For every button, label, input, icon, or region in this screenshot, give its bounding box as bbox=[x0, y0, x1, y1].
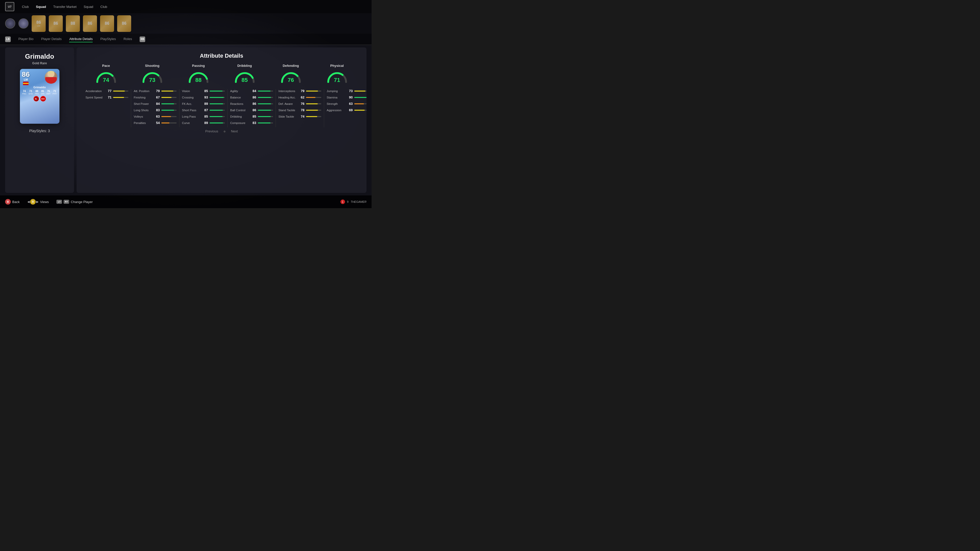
flag-spain bbox=[23, 82, 29, 85]
attr-bar bbox=[210, 103, 223, 104]
attr-name: Def. Aware bbox=[278, 102, 299, 105]
attr-bar bbox=[258, 116, 271, 117]
attr-name: Crossing bbox=[182, 96, 202, 99]
attr-bar-container bbox=[113, 97, 128, 98]
attr-bar-container bbox=[161, 91, 177, 92]
left-panel: Grimaldo Gold Rare 86 LM bbox=[5, 48, 74, 193]
attr-bar bbox=[354, 110, 365, 111]
attr-name: Stamina bbox=[327, 96, 347, 99]
player-silhouette-icon bbox=[45, 71, 57, 84]
attr-name: Long Shots bbox=[134, 109, 154, 112]
attr-row: Dribbling 85 bbox=[230, 114, 273, 118]
mini-card-4[interactable]: 86 bbox=[83, 15, 97, 32]
attr-bar-container bbox=[258, 116, 273, 117]
attr-value: 76 bbox=[299, 102, 304, 106]
attr-name: Jumping bbox=[327, 89, 347, 93]
thegamer-logo: THEGAMER bbox=[351, 200, 366, 203]
svg-rect-3 bbox=[53, 77, 57, 84]
nav-club2[interactable]: Club bbox=[100, 5, 107, 9]
attr-bar-container bbox=[258, 97, 273, 98]
attr-row: Def. Aware 76 bbox=[278, 102, 321, 106]
back-nav-btn: B Back bbox=[5, 199, 20, 205]
attributes-columns: Acceleration 77 Sprint Speed 71 Att. Pos… bbox=[83, 89, 360, 127]
nav-club[interactable]: Club bbox=[22, 5, 29, 9]
attr-name: Acceleration bbox=[86, 89, 106, 93]
tab-player-bio[interactable]: Player Bio bbox=[18, 36, 33, 42]
gauge-passing: Passing 88 bbox=[187, 64, 210, 84]
attr-value: 79 bbox=[154, 89, 160, 93]
badge-bundesliga: BL bbox=[33, 96, 39, 102]
views-nav-btn: ◀ R ▶ Views bbox=[27, 199, 49, 205]
attr-bar-container bbox=[258, 91, 273, 92]
tab-player-details[interactable]: Player Details bbox=[41, 36, 62, 42]
attr-row: Agility 84 bbox=[230, 89, 273, 93]
b-button-icon: B bbox=[5, 199, 11, 205]
attr-row: Aggression 69 bbox=[327, 108, 366, 112]
rt-button-icon: RT bbox=[64, 200, 69, 204]
tab-attribute-details[interactable]: Attribute Details bbox=[69, 36, 93, 42]
gauge-defending-container: 76 bbox=[280, 68, 302, 84]
card-player-portrait bbox=[45, 71, 57, 84]
mini-card-3[interactable]: 88 bbox=[66, 15, 80, 32]
nav-squad[interactable]: Squad bbox=[36, 5, 46, 9]
player-cards-row: 86 LM 86 88 86 86 86 bbox=[0, 13, 372, 34]
gauge-passing-value: 88 bbox=[195, 77, 201, 83]
attr-bar-container bbox=[210, 97, 225, 98]
gauge-shooting-label: Shooting bbox=[145, 64, 159, 68]
attr-name: Agility bbox=[230, 89, 251, 93]
attr-value: 78 bbox=[299, 108, 304, 112]
attr-bar bbox=[306, 116, 317, 117]
player-avatar-2 bbox=[18, 18, 29, 29]
attr-bar-container bbox=[306, 103, 321, 104]
attr-name: Balance bbox=[230, 96, 251, 99]
card-top: 86 LM bbox=[22, 71, 57, 85]
player-rarity: Gold Rare bbox=[32, 62, 47, 65]
gauge-physical: Physical 71 bbox=[326, 64, 348, 84]
gauge-pace: Pace 74 bbox=[95, 64, 118, 84]
attr-bar-container bbox=[210, 103, 225, 104]
attr-bar bbox=[161, 91, 173, 92]
attr-value: 89 bbox=[202, 121, 208, 125]
attr-row: Ball Control 86 bbox=[230, 108, 273, 112]
attr-bar-container bbox=[210, 116, 225, 117]
attr-name: Sprint Speed bbox=[86, 96, 106, 99]
attr-bar bbox=[210, 91, 223, 92]
attribute-details-title: Attribute Details bbox=[83, 52, 360, 59]
attr-bar-container bbox=[258, 122, 273, 124]
attr-bar-container bbox=[210, 110, 225, 111]
attr-name: Slide Tackle bbox=[278, 115, 299, 118]
attr-bar bbox=[161, 122, 169, 124]
attr-value: 69 bbox=[347, 108, 353, 112]
attr-bar-container bbox=[306, 110, 321, 111]
attr-value: 77 bbox=[106, 89, 111, 93]
attr-bar bbox=[306, 91, 318, 92]
gauge-pace-label: Pace bbox=[102, 64, 110, 68]
tab-bar: LB Player Bio Player Details Attribute D… bbox=[0, 34, 372, 45]
mini-card-2[interactable]: 86 bbox=[49, 15, 63, 32]
attr-value: 74 bbox=[299, 114, 304, 118]
attr-bar bbox=[210, 116, 223, 117]
gauge-shooting: Shooting 73 bbox=[141, 64, 164, 84]
mini-card-5[interactable]: 86 bbox=[100, 15, 114, 32]
attr-name: Strength bbox=[327, 102, 347, 105]
attr-value: 63 bbox=[154, 114, 160, 118]
tab-playstyles[interactable]: PlayStyles bbox=[100, 36, 116, 42]
player-count-label: 9 bbox=[347, 200, 348, 203]
tab-roles[interactable]: Roles bbox=[124, 36, 132, 42]
svg-rect-2 bbox=[45, 77, 48, 84]
attr-value: 86 bbox=[251, 102, 256, 106]
mini-card-6[interactable]: 86 bbox=[117, 15, 131, 32]
nav-squad2[interactable]: Squad bbox=[84, 5, 94, 9]
next-button[interactable]: Next bbox=[231, 129, 238, 133]
previous-button[interactable]: Previous bbox=[205, 129, 218, 133]
rb-badge: RB bbox=[140, 37, 145, 42]
attr-name: Stand Tackle bbox=[278, 109, 299, 112]
mini-card-1[interactable]: 86 LM bbox=[32, 15, 46, 32]
lt-button-icon: LT bbox=[56, 200, 62, 204]
gauge-passing-container: 88 bbox=[187, 68, 210, 84]
attr-bar bbox=[210, 110, 223, 111]
bottom-navigation: B Back ◀ R ▶ Views LT RT Change Player 1… bbox=[0, 195, 372, 208]
attr-name: Shot Power bbox=[134, 102, 154, 105]
nav-transfer-market[interactable]: Transfer Market bbox=[53, 5, 76, 9]
attr-name: Volleys bbox=[134, 115, 154, 118]
